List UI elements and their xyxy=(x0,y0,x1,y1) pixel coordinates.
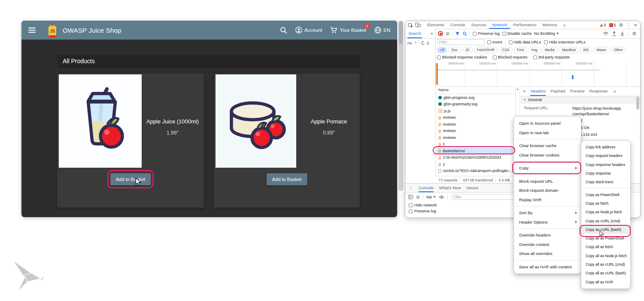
add-to-basket-button[interactable]: Add to Basket xyxy=(267,173,307,185)
submenu-item-copy-all-as-curl-bash[interactable]: Copy all as cURL (bash) xyxy=(581,269,630,277)
3rd-party-requests-checkbox[interactable]: 3rd-party requests xyxy=(533,55,570,59)
submenu-item-copy-all-as-powershell[interactable]: Copy all as PowerShell xyxy=(581,234,630,243)
request-row-gbtn-grammarly-svg[interactable]: gbtn-grammarly.svg xyxy=(435,101,515,108)
submenu-item-copy-as-powershell[interactable]: Copy as PowerShell xyxy=(581,190,630,199)
clear-search-icon[interactable]: ⊘ xyxy=(426,41,429,46)
submenu-item-copy-response[interactable]: Copy response xyxy=(581,169,630,178)
record-network-icon[interactable] xyxy=(438,31,443,36)
submenu-item-copy-as-curl-cmd[interactable]: Copy as cURL (cmd) xyxy=(581,216,630,225)
drawer-tab-what-s-new[interactable]: What's New xyxy=(439,184,461,192)
tab-console[interactable]: Console xyxy=(447,21,468,29)
sidenav-toggle-icon[interactable] xyxy=(28,28,36,33)
hide-extension-urls-checkbox[interactable]: Hide extension URLs xyxy=(544,40,586,44)
details-tab-response[interactable]: Response xyxy=(589,86,608,96)
filter-chip-js[interactable]: JS xyxy=(462,47,473,53)
clear-console-icon[interactable]: ⊘ xyxy=(416,195,420,200)
search-icon[interactable] xyxy=(280,27,287,34)
menu-item-replay-xhr[interactable]: Replay XHR xyxy=(514,195,581,205)
regex-button[interactable]: .* xyxy=(414,41,416,45)
inspect-element-icon[interactable] xyxy=(408,22,413,28)
filter-chip-wasm[interactable]: Wasm xyxy=(593,47,610,53)
request-row-basketitems[interactable]: {}BasketItems/ xyxy=(435,147,515,154)
submenu-item-copy-stack-trace[interactable]: Copy stack trace xyxy=(581,178,630,186)
request-list-header[interactable]: Name xyxy=(435,86,515,94)
search-network-icon[interactable] xyxy=(462,31,467,36)
general-section-header[interactable]: ▼ General xyxy=(520,96,640,104)
hide-data-urls-checkbox[interactable]: Hide data URLs xyxy=(509,40,541,44)
close-details-icon[interactable]: × xyxy=(523,89,526,94)
filter-chip-other[interactable]: Other xyxy=(611,47,626,53)
blocked-requests-checkbox[interactable]: Blocked requests xyxy=(493,55,528,59)
menu-item-override-content[interactable]: Override content xyxy=(514,240,581,249)
tab-elements[interactable]: Elements xyxy=(424,21,447,29)
request-row-js-js[interactable]: JSjs.js xyxy=(435,108,515,114)
network-settings-gear-icon[interactable]: ⚙ xyxy=(632,31,636,36)
request-row-gbtn-progress-svg[interactable]: gbtn-progress.svg xyxy=(435,94,515,101)
close-search-icon[interactable]: × xyxy=(431,31,433,36)
drawer-kebab-icon[interactable]: ⋮ xyxy=(408,186,413,190)
menu-item-clear-browser-cookies[interactable]: Clear browser cookies xyxy=(514,150,581,160)
filter-chip-fetch-xhr[interactable]: Fetch/XHR xyxy=(474,47,498,53)
page-scrollbar[interactable] xyxy=(398,21,403,191)
menu-item-open-in-sources-panel[interactable]: Open in Sources panel xyxy=(514,119,581,128)
details-tab-payload[interactable]: Payload xyxy=(550,86,565,96)
submenu-item-copy-link-address[interactable]: Copy link address xyxy=(581,143,630,151)
device-toolbar-icon[interactable] xyxy=(415,22,421,28)
details-tab-headers[interactable]: Headers xyxy=(530,86,546,96)
invert-checkbox[interactable]: Invert xyxy=(487,40,502,44)
request-row-reviews[interactable]: {}reviews xyxy=(435,114,515,121)
request-row-reviews[interactable]: {}reviews xyxy=(435,128,515,135)
menu-item-open-in-new-tab[interactable]: Open in new tab xyxy=(514,128,581,138)
import-har-icon[interactable] xyxy=(612,31,617,36)
network-conditions-icon[interactable] xyxy=(603,31,608,36)
account-button[interactable]: Account xyxy=(295,27,322,34)
tab-memory[interactable]: Memory xyxy=(540,21,560,29)
basket-button[interactable]: Your Basket 1 xyxy=(330,27,366,34)
submenu-item-copy-all-as-curl-cmd[interactable]: Copy all as cURL (cmd) xyxy=(581,260,630,269)
menu-item-sort-by[interactable]: Sort By xyxy=(514,208,581,218)
kebab-menu-icon[interactable]: ⋮ xyxy=(626,23,631,28)
language-button[interactable]: EN xyxy=(374,27,390,34)
filter-toggle-icon[interactable] xyxy=(455,31,460,36)
details-tab-preview[interactable]: Preview xyxy=(570,86,585,96)
request-row-socket-io-eio-4-transport-polling-t[interactable]: socket.io/?EIO=4&transport=polling&t=... xyxy=(435,168,515,175)
filter-chip-css[interactable]: CSS xyxy=(499,47,512,53)
tab-performance[interactable]: Performance xyxy=(510,21,539,29)
context-selector[interactable]: top xyxy=(426,195,436,199)
menu-item-block-request-domain[interactable]: Block request domain xyxy=(514,186,581,195)
preserve-log-checkbox[interactable]: Preserve log xyxy=(473,31,500,36)
settings-gear-icon[interactable]: ⚙ xyxy=(619,23,623,28)
menu-item-show-all-overrides[interactable]: Show all overrides xyxy=(514,249,581,258)
errors-badge[interactable]: ×1 xyxy=(609,23,616,27)
submenu-item-copy-all-as-node-js-fetch[interactable]: Copy all as Node.js fetch xyxy=(581,252,630,260)
menu-item-save-all-as-har-with-content[interactable]: Save all as HAR with content xyxy=(514,262,581,272)
network-filter-input[interactable] xyxy=(437,39,484,45)
console-sidebar-icon[interactable] xyxy=(408,195,413,199)
submenu-item-copy-as-fetch[interactable]: Copy as fetch xyxy=(581,199,630,208)
menu-item-clear-browser-cache[interactable]: Clear browser cache xyxy=(514,141,581,150)
submenu-item-copy-all-as-har[interactable]: Copy all as HAR xyxy=(581,277,630,286)
submenu-item-copy-response-headers[interactable]: Copy response headers xyxy=(581,160,630,169)
tab-search[interactable]: Search xyxy=(407,29,422,38)
menu-item-block-request-url[interactable]: Block request URL xyxy=(514,177,581,186)
drawer-tab-issues[interactable]: Issues xyxy=(466,184,478,192)
submenu-item-copy-as-node-js-fetch[interactable]: Copy as Node.js fetch xyxy=(581,208,630,216)
request-row-1[interactable]: {}1 xyxy=(435,161,515,168)
details-scrollbar[interactable] xyxy=(636,97,639,110)
blocked-response-cookies-checkbox[interactable]: Blocked response cookies xyxy=(437,55,487,59)
filter-chip-media[interactable]: Media xyxy=(542,47,558,53)
menu-item-header-options[interactable]: Header Options xyxy=(514,218,581,227)
submenu-item-copy-request-headers[interactable]: Copy request headers xyxy=(581,151,630,160)
filter-chip-font[interactable]: Font xyxy=(514,47,527,53)
filter-chip-all[interactable]: All xyxy=(437,47,447,53)
more-panels-icon[interactable]: » xyxy=(562,23,567,28)
tab-network[interactable]: Network xyxy=(489,21,510,29)
export-har-icon[interactable] xyxy=(620,31,625,36)
more-details-tabs-icon[interactable]: » xyxy=(612,89,617,94)
menu-item-override-headers[interactable]: Override headers xyxy=(514,230,581,240)
menu-item-copy[interactable]: Copy xyxy=(514,163,581,173)
tab-sources[interactable]: Sources xyxy=(468,21,489,29)
submenu-item-copy-as-curl-bash[interactable]: Copy as cURL (bash) xyxy=(581,225,630,234)
submenu-item-copy-all-as-fetch[interactable]: Copy all as fetch xyxy=(581,243,630,251)
request-row-reviews[interactable]: {}reviews xyxy=(435,121,515,128)
